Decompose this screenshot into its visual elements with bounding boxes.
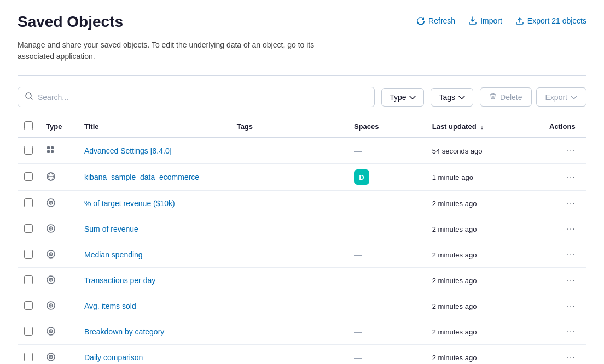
export-icon bbox=[515, 16, 524, 25]
row-actions-button[interactable]: ··· bbox=[562, 248, 580, 262]
row-last-updated: 2 minutes ago bbox=[426, 293, 543, 319]
select-all-checkbox[interactable] bbox=[24, 121, 33, 130]
row-actions-cell: ··· bbox=[543, 216, 586, 242]
row-actions-button[interactable]: ··· bbox=[562, 196, 580, 210]
svg-rect-1 bbox=[47, 146, 50, 149]
row-spaces-cell: — bbox=[347, 319, 426, 345]
column-header-title: Title bbox=[78, 116, 230, 138]
actions-menu: ··· bbox=[549, 325, 580, 339]
row-checkbox[interactable] bbox=[24, 275, 33, 284]
row-title-cell: Advanced Settings [8.4.0] bbox=[78, 138, 230, 164]
row-checkbox[interactable] bbox=[24, 224, 33, 233]
row-last-updated: 2 minutes ago bbox=[426, 345, 543, 365]
row-title-cell: Daily comparison bbox=[78, 345, 230, 365]
type-filter-button[interactable]: Type bbox=[381, 88, 424, 107]
row-actions-cell: ··· bbox=[543, 293, 586, 319]
actions-menu: ··· bbox=[549, 273, 580, 287]
svg-rect-3 bbox=[47, 150, 50, 153]
row-checkbox[interactable] bbox=[24, 353, 33, 361]
row-actions-button[interactable]: ··· bbox=[562, 350, 580, 364]
row-spaces-cell: — bbox=[347, 268, 426, 293]
import-label: Import bbox=[480, 16, 502, 25]
tags-label: Tags bbox=[439, 93, 455, 102]
trash-icon bbox=[489, 92, 497, 102]
title-link[interactable]: Transactions per day bbox=[84, 276, 155, 285]
title-link[interactable]: Advanced Settings [8.4.0] bbox=[84, 146, 172, 155]
row-title-cell: Transactions per day bbox=[78, 268, 230, 293]
row-last-updated: 54 seconds ago bbox=[426, 138, 543, 164]
row-actions-button[interactable]: ··· bbox=[562, 299, 580, 313]
objects-table: Type Title Tags Spaces Last updated ↓ Ac… bbox=[18, 116, 586, 364]
spaces-dash: — bbox=[354, 146, 362, 155]
title-link[interactable]: Daily comparison bbox=[84, 353, 143, 362]
delete-button[interactable]: Delete bbox=[480, 87, 531, 107]
row-checkbox[interactable] bbox=[24, 198, 33, 207]
row-spaces-cell: — bbox=[347, 293, 426, 319]
type-icon-index-pattern bbox=[46, 172, 56, 181]
title-link[interactable]: Avg. items sold bbox=[84, 302, 136, 310]
row-tags-cell bbox=[230, 345, 347, 365]
type-icon-lens bbox=[46, 198, 56, 208]
title-link[interactable]: Breakdown by category bbox=[84, 327, 164, 336]
row-type-cell bbox=[39, 216, 78, 242]
row-checkbox[interactable] bbox=[24, 172, 33, 181]
row-checkbox[interactable] bbox=[24, 146, 33, 155]
actions-menu: ··· bbox=[549, 144, 580, 158]
export-all-button[interactable]: Export 21 objects bbox=[515, 16, 586, 25]
row-last-updated: 2 minutes ago bbox=[426, 191, 543, 216]
row-checkbox-cell bbox=[18, 242, 39, 268]
row-actions-button[interactable]: ··· bbox=[562, 325, 580, 339]
title-link[interactable]: % of target revenue ($10k) bbox=[84, 199, 175, 208]
row-actions-button[interactable]: ··· bbox=[562, 144, 580, 158]
import-icon bbox=[468, 16, 477, 25]
space-badge: D bbox=[354, 169, 369, 185]
row-title-cell: Avg. items sold bbox=[78, 293, 230, 319]
import-button[interactable]: Import bbox=[468, 16, 502, 25]
row-spaces-cell: — bbox=[347, 191, 426, 216]
page-description: Manage and share your saved objects. To … bbox=[18, 39, 324, 62]
row-checkbox[interactable] bbox=[24, 301, 33, 310]
column-header-last-updated[interactable]: Last updated ↓ bbox=[426, 116, 543, 138]
title-link[interactable]: kibana_sample_data_ecommerce bbox=[84, 173, 199, 181]
row-checkbox[interactable] bbox=[24, 327, 33, 336]
actions-menu: ··· bbox=[549, 299, 580, 313]
row-type-cell bbox=[39, 293, 78, 319]
search-input[interactable] bbox=[38, 93, 368, 102]
row-type-cell bbox=[39, 164, 78, 191]
row-actions-button[interactable]: ··· bbox=[562, 273, 580, 287]
actions-menu: ··· bbox=[549, 196, 580, 210]
row-actions-button[interactable]: ··· bbox=[562, 222, 580, 236]
column-header-type: Type bbox=[39, 116, 78, 138]
divider bbox=[18, 75, 586, 76]
row-checkbox-cell bbox=[18, 216, 39, 242]
table-row: kibana_sample_data_ecommerce D 1 minute … bbox=[18, 164, 586, 191]
row-title-cell: Breakdown by category bbox=[78, 319, 230, 345]
refresh-button[interactable]: Refresh bbox=[416, 16, 455, 25]
row-actions-cell: ··· bbox=[543, 345, 586, 365]
table-header-row: Type Title Tags Spaces Last updated ↓ Ac… bbox=[18, 116, 586, 138]
type-icon-lens bbox=[46, 326, 56, 336]
column-header-actions: Actions bbox=[543, 116, 586, 138]
title-link[interactable]: Sum of revenue bbox=[84, 225, 138, 233]
spaces-dash: — bbox=[354, 276, 362, 285]
title-link[interactable]: Median spending bbox=[84, 250, 143, 259]
row-checkbox-cell bbox=[18, 319, 39, 345]
column-header-tags: Tags bbox=[230, 116, 347, 138]
row-checkbox[interactable] bbox=[24, 250, 33, 259]
tags-filter-button[interactable]: Tags bbox=[431, 88, 473, 107]
row-title-cell: % of target revenue ($10k) bbox=[78, 191, 230, 216]
spaces-dash: — bbox=[354, 250, 362, 259]
table-row: Transactions per day — 2 minutes ago ··· bbox=[18, 268, 586, 293]
actions-menu: ··· bbox=[549, 248, 580, 262]
tags-chevron-icon bbox=[458, 93, 465, 102]
row-actions-button[interactable]: ··· bbox=[562, 170, 580, 184]
row-spaces-cell: — bbox=[347, 345, 426, 365]
table-row: Daily comparison — 2 minutes ago ··· bbox=[18, 345, 586, 365]
type-icon-lens bbox=[46, 224, 56, 233]
row-title-cell: Sum of revenue bbox=[78, 216, 230, 242]
export-button[interactable]: Export bbox=[536, 87, 586, 107]
row-last-updated: 2 minutes ago bbox=[426, 268, 543, 293]
refresh-label: Refresh bbox=[428, 16, 455, 25]
row-type-cell bbox=[39, 319, 78, 345]
header-actions: Refresh Import Export 21 objects bbox=[416, 13, 586, 25]
